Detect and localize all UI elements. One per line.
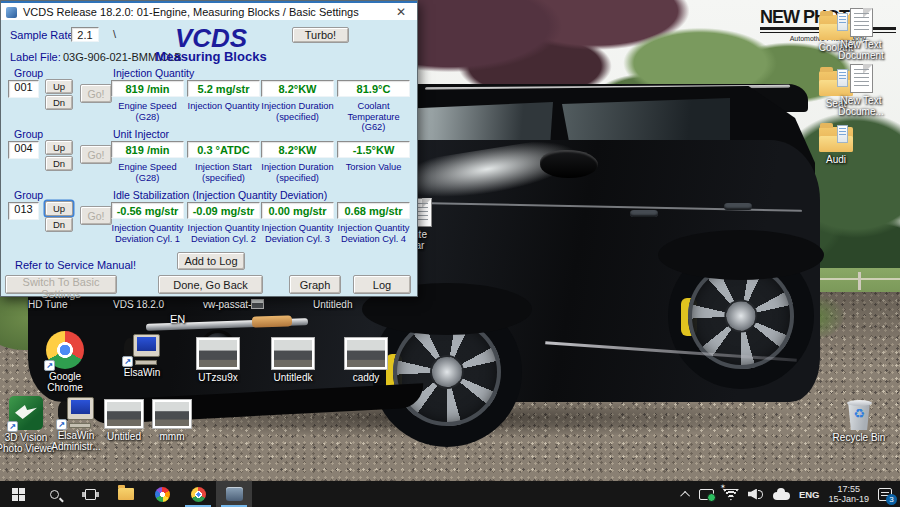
measuring-cell: 819 /minEngine Speed (G28) (111, 80, 184, 122)
onedrive-cloud-icon[interactable] (773, 492, 790, 500)
sample-rate-value: 2.1 (71, 27, 99, 42)
search-icon (50, 490, 59, 499)
group-up-button[interactable]: Up (45, 201, 73, 216)
system-tray: ENG 17:55 15-Jan-19 3 (683, 484, 900, 504)
sample-spinner: \ (113, 28, 116, 40)
icon-label-hdtune[interactable]: HD Tune (28, 299, 67, 310)
measuring-cell: 5.2 mg/strInjection Quantity (187, 80, 260, 112)
group-header: Unit Injector (113, 128, 169, 140)
measuring-cell: 0.68 mg/strInjection Quantity Deviation … (337, 202, 410, 244)
group-dn-button[interactable]: Dn (45, 217, 73, 232)
measuring-cell: -0.56 mg/strInjection Quantity Deviation… (111, 202, 184, 244)
taskbar-clock[interactable]: 17:55 15-Jan-19 (828, 484, 869, 504)
wifi-icon[interactable] (723, 488, 739, 501)
security-status-icon[interactable] (699, 489, 714, 500)
taskbar-search-button[interactable] (36, 481, 72, 507)
group-number-field[interactable]: 001 (8, 80, 39, 98)
shortcut-arrow-icon: ↗ (56, 419, 67, 430)
recycle-bin-icon: ♻ (846, 399, 873, 430)
measuring-cell: 819 /minEngine Speed (G28) (111, 141, 184, 183)
group-go-button[interactable]: Go! (80, 206, 112, 225)
desktop-icon-folder-audi[interactable]: Audi (806, 122, 866, 165)
vcds-taskbar-button[interactable] (216, 481, 252, 507)
clock-time: 17:55 (828, 484, 869, 494)
measuring-cell: -1.5°KWTorsion Value (337, 141, 410, 173)
task-view-button[interactable] (72, 481, 108, 507)
desktop-icon-recycle-bin[interactable]: ♻ Recycle Bin (828, 399, 890, 443)
group-go-button[interactable]: Go! (80, 84, 112, 103)
chrome-taskbar-button[interactable] (180, 481, 216, 507)
measuring-cell: 0.00 mg/strInjection Quantity Deviation … (261, 202, 334, 244)
group-caption: Group (14, 128, 43, 140)
car-door-handle (724, 203, 752, 210)
notification-badge: 3 (886, 494, 897, 505)
group-header: Injection Quantity (113, 67, 194, 79)
task-view-icon (85, 489, 96, 500)
window-title: VCDS Release 18.2.0: 01-Engine, Measurin… (23, 6, 359, 18)
group-up-button[interactable]: Up (45, 79, 73, 94)
vcds-app-icon (226, 487, 243, 501)
chrome-icon: ↗ (46, 331, 84, 369)
group-caption: Group (14, 189, 43, 201)
title-bar[interactable]: VCDS Release 18.2.0: 01-Engine, Measurin… (1, 1, 417, 20)
turbo-button[interactable]: Turbo! (292, 27, 349, 43)
measuring-cell: 8.2°KWInjection Duration (specified) (261, 80, 334, 122)
tiny-photo-icon (251, 299, 264, 309)
group-up-button[interactable]: Up (45, 140, 73, 155)
start-button[interactable] (0, 481, 36, 507)
paint-icon (155, 487, 170, 502)
measuring-cell: 0.3 °ATDCInjection Start (specified) (187, 141, 260, 183)
speaker-icon[interactable] (748, 488, 764, 501)
action-center-icon[interactable]: 3 (878, 488, 892, 501)
desktop-screen: NEW PHOTO Automotive Photography HD Tune… (0, 0, 900, 507)
file-explorer-button[interactable] (108, 481, 144, 507)
folder-icon (819, 127, 853, 152)
refer-service-manual-text: Refer to Service Manual! (15, 259, 136, 271)
windows-logo-icon (12, 488, 25, 501)
icon-label-untitledh[interactable]: Untitledh (313, 299, 352, 310)
desktop-icon-new-text-document[interactable]: New Text Document (830, 8, 892, 61)
icon-label-vds[interactable]: VDS 18.2.0 (113, 299, 164, 310)
language-indicator[interactable]: ENG (799, 489, 820, 500)
clock-date: 15-Jan-19 (828, 494, 869, 504)
desktop-icon-untitledk[interactable]: Untitledk (261, 337, 325, 383)
desktop-icon-mmm[interactable]: mmm (140, 399, 204, 442)
group-go-button[interactable]: Go! (80, 145, 112, 164)
log-button[interactable]: Log (353, 275, 411, 294)
measuring-blocks-subtitle: Measuring Blocks (121, 49, 301, 64)
graph-button[interactable]: Graph (289, 275, 341, 294)
done-go-back-button[interactable]: Done, Go Back (158, 275, 263, 294)
paint-button[interactable] (144, 481, 180, 507)
vcds-window: VCDS Release 18.2.0: 01-Engine, Measurin… (0, 0, 418, 297)
tray-expand-icon[interactable] (680, 490, 690, 500)
group-number-field[interactable]: 004 (8, 141, 39, 159)
computer-icon: ↗ (58, 397, 94, 428)
photo-thumbnail-icon (196, 337, 240, 370)
desktop-icon-caddy[interactable]: caddy (334, 337, 398, 383)
shortcut-arrow-icon: ↗ (44, 360, 55, 371)
add-to-log-button[interactable]: Add to Log (177, 252, 245, 270)
group-dn-button[interactable]: Dn (45, 156, 73, 171)
desktop-icon-google-chrome[interactable]: ↗ Google Chrome (33, 331, 97, 393)
shortcut-arrow-icon: ↗ (7, 421, 18, 432)
switch-to-basic-settings-button[interactable]: Switch To Basic Settings (5, 275, 117, 294)
app-icon (6, 7, 17, 18)
desktop-icon-new-text-docume[interactable]: New Text Docume... (830, 64, 892, 117)
desktop-icon-elsawin[interactable]: ↗ ElsaWin (110, 334, 174, 378)
sample-rate-label: Sample Rate: (10, 29, 77, 41)
measuring-group-004: Group 004 Up Dn Go! Unit Injector 819 /m… (1, 128, 419, 190)
text-file-icon (850, 8, 873, 37)
measuring-cell: 8.2°KWInjection Duration (specified) (261, 141, 334, 183)
group-number-field[interactable]: 013 (8, 202, 39, 220)
group-dn-button[interactable]: Dn (45, 95, 73, 110)
label-file-label: Label File: (10, 51, 61, 63)
shortcut-arrow-icon: ↗ (122, 356, 133, 367)
desktop-icon-utzsu9x[interactable]: UTzsu9x (186, 337, 250, 383)
close-icon[interactable]: ✕ (393, 5, 409, 19)
group-caption: Group (14, 67, 43, 79)
icon-label-vw-passat[interactable]: vw-passat- (203, 299, 264, 310)
measuring-group-013: Group 013 Up Dn Go! Idle Stabilization (… (1, 189, 419, 251)
group-header: Idle Stabilization (Injection Quantity D… (113, 189, 327, 201)
photo-thumbnail-icon (104, 399, 144, 429)
photo-thumbnail-icon (152, 399, 192, 429)
